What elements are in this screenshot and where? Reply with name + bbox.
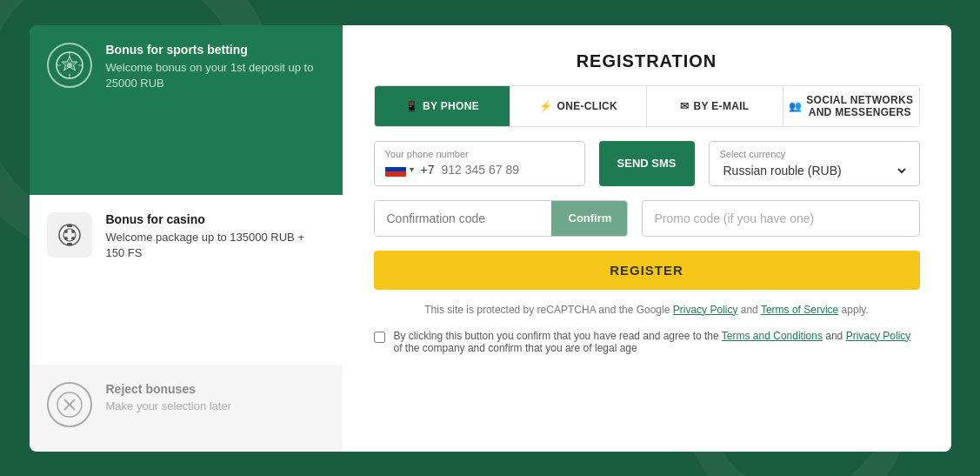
svg-rect-14 (67, 243, 72, 245)
confirm-button[interactable]: Confirm (551, 201, 628, 236)
casino-bonus-icon (47, 212, 92, 258)
promo-code-field[interactable]: Promo code (if you have one) (642, 200, 920, 237)
tab-by-email[interactable]: ✉ BY E-MAIL (647, 86, 783, 126)
currency-group: Select currency Russian rouble (RUB) (709, 141, 920, 186)
phone-input[interactable] (441, 163, 545, 177)
sports-bonus-icon (47, 43, 92, 88)
confirmation-promo-row: Confirm Promo code (if you have one) (374, 200, 920, 237)
sports-bonus-info: Bonus for sports betting Welcome bonus o… (106, 43, 325, 91)
svg-point-12 (71, 237, 75, 240)
svg-point-7 (59, 225, 80, 245)
privacy-policy-link[interactable]: Privacy Policy (673, 304, 738, 316)
phone-icon: 📱 (405, 100, 418, 112)
svg-point-9 (64, 230, 68, 233)
terms-checkbox-row: By clicking this button you confirm that… (374, 330, 920, 354)
phone-input-row: ▾ +7 (385, 163, 574, 177)
currency-label: Select currency (720, 149, 909, 159)
registration-panel: REGISTRATION 📱 BY PHONE ⚡ ONE-CLICK ✉ BY… (343, 25, 951, 452)
page-title: REGISTRATION (374, 51, 920, 71)
confirmation-code-input[interactable] (375, 201, 551, 236)
register-button[interactable]: REGISTER (374, 251, 920, 290)
svg-point-11 (64, 237, 68, 240)
sidebar: Bonus for sports betting Welcome bonus o… (30, 25, 343, 452)
flag-red-stripe (385, 171, 406, 176)
reject-desc: Make your selection later (106, 399, 325, 412)
currency-select[interactable]: Russian rouble (RUB) (720, 163, 909, 178)
reject-bonus-item[interactable]: Reject bonuses Make your selection later (30, 365, 343, 452)
svg-rect-13 (67, 225, 72, 227)
casino-bonus-info: Bonus for casino Welcome package up to 1… (106, 212, 325, 261)
phone-group: Your phone number ▾ +7 (374, 141, 585, 186)
phone-label: Your phone number (385, 149, 574, 159)
tab-social[interactable]: 👥 SOCIAL NETWORKS AND MESSENGERS (783, 86, 919, 126)
phone-prefix: +7 (421, 163, 435, 177)
registration-tabs: 📱 BY PHONE ⚡ ONE-CLICK ✉ BY E-MAIL 👥 SOC… (374, 85, 920, 127)
phone-currency-row: Your phone number ▾ +7 Send SMS Select c… (374, 141, 920, 186)
sports-bonus-title: Bonus for sports betting (106, 43, 325, 57)
checkbox-privacy-link[interactable]: Privacy Policy (846, 330, 911, 342)
terms-of-service-link[interactable]: Terms of Service (761, 304, 838, 316)
country-flag-select[interactable]: ▾ (385, 163, 414, 177)
svg-point-2 (67, 63, 72, 68)
email-icon: ✉ (680, 100, 689, 112)
tab-by-phone[interactable]: 📱 BY PHONE (375, 86, 511, 126)
terms-checkbox[interactable] (374, 332, 385, 343)
flag-chevron-icon: ▾ (410, 164, 414, 174)
casino-bonus-desc: Welcome package up to 135000 RUB + 150 F… (106, 230, 325, 261)
reject-icon (47, 382, 92, 427)
reject-info: Reject bonuses Make your selection later (106, 382, 325, 412)
reject-title: Reject bonuses (106, 382, 325, 396)
recaptcha-notice: This site is protected by reCAPTCHA and … (374, 304, 920, 316)
lightning-icon: ⚡ (539, 100, 552, 112)
tab-one-click[interactable]: ⚡ ONE-CLICK (510, 86, 647, 126)
russia-flag (385, 163, 406, 177)
terms-conditions-link[interactable]: Terms and Conditions (722, 330, 823, 342)
sports-bonus-item[interactable]: Bonus for sports betting Welcome bonus o… (30, 25, 343, 195)
casino-bonus-item[interactable]: Bonus for casino Welcome package up to 1… (30, 195, 343, 365)
social-icon: 👥 (789, 100, 802, 112)
confirmation-group: Confirm (374, 200, 628, 237)
casino-bonus-title: Bonus for casino (106, 212, 325, 226)
svg-point-10 (71, 230, 75, 233)
send-sms-button[interactable]: Send SMS (599, 141, 695, 186)
sports-bonus-desc: Welcome bonus on your 1st deposit up to … (106, 60, 325, 91)
main-container: Bonus for sports betting Welcome bonus o… (30, 25, 951, 452)
